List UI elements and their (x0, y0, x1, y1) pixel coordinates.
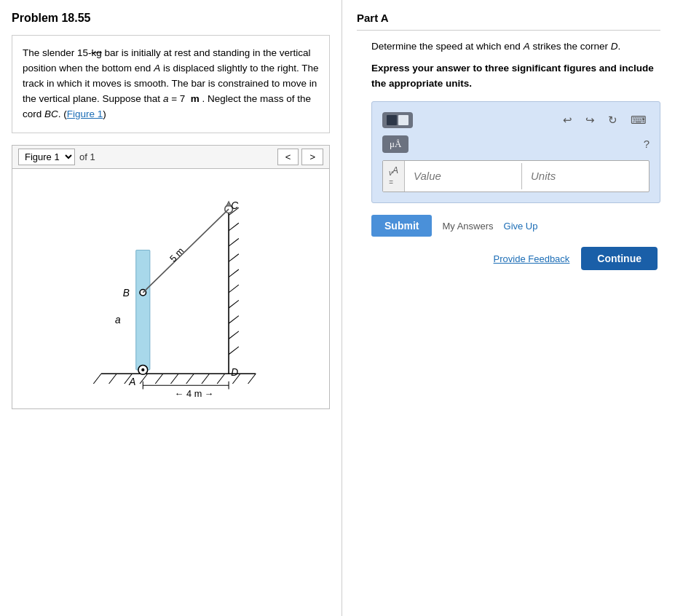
svg-line-6 (171, 374, 179, 384)
bc-label: BC (44, 108, 58, 119)
redo-button[interactable]: ↪ (583, 112, 598, 128)
bottom-dim-label: ← 4 m → (175, 388, 214, 399)
equation-editor-icon (387, 115, 408, 125)
action-row: Submit My Answers Give Up (357, 215, 660, 237)
svg-line-9 (217, 374, 225, 384)
svg-line-14 (229, 223, 239, 231)
problem-description: The slender 15-kg bar is initially at re… (23, 46, 319, 122)
svg-line-8 (202, 374, 210, 384)
label-c: C (231, 200, 239, 211)
label-b: B (123, 288, 130, 299)
problem-text-box: The slender 15-kg bar is initially at re… (12, 35, 330, 133)
svg-line-16 (229, 253, 239, 261)
keyboard-button[interactable]: ⌨ (628, 112, 650, 128)
kg-text: kg (92, 47, 102, 58)
figure-dropdown[interactable]: Figure 1 (18, 149, 75, 165)
end-a-label: A (154, 63, 160, 74)
express-instruction: Express your answer to three significant… (357, 61, 660, 91)
svg-line-19 (229, 300, 239, 308)
mu-row: μÅ ? (382, 135, 650, 153)
svg-line-11 (248, 374, 256, 384)
figure-of-text: of 1 (79, 151, 95, 162)
figure-svg: A B C 5 m D a ← 4 m (12, 169, 329, 408)
value-input[interactable] (405, 164, 521, 188)
label-d: D (231, 367, 238, 378)
svg-line-2 (109, 374, 117, 384)
mu-button[interactable]: μÅ (382, 135, 408, 153)
figure-nav-area: < > (277, 149, 323, 165)
right-panel: Part A Determine the speed at which end … (342, 0, 675, 616)
provide-feedback-link[interactable]: Provide Feedback (494, 253, 570, 264)
svg-line-20 (229, 315, 239, 323)
label-a-dim: a (115, 315, 121, 325)
eq-icon-dark (387, 115, 397, 125)
figure-prev-button[interactable]: < (277, 149, 299, 165)
answer-input-row: vA= (382, 160, 650, 192)
figure-box: A B C 5 m D a ← 4 m (12, 169, 330, 409)
my-answers-link[interactable]: My Answers (442, 221, 493, 232)
left-panel: Problem 18.55 The slender 15-kg bar is i… (0, 0, 342, 616)
equation-editor-button[interactable] (382, 112, 413, 128)
svg-line-17 (229, 269, 239, 277)
svg-line-18 (229, 285, 239, 293)
feedback-row: Provide Feedback Continue (357, 247, 660, 270)
give-up-link[interactable]: Give Up (504, 221, 538, 232)
va-label: vA= (383, 161, 405, 191)
cord-length-label: 5 m (167, 245, 186, 264)
a-value: a (163, 93, 169, 104)
end-a-italic: A (524, 41, 530, 52)
problem-title: Problem 18.55 (12, 12, 330, 25)
question-text: Determine the speed at which end A strik… (357, 39, 660, 54)
label-a: A (128, 376, 135, 387)
help-button[interactable]: ? (644, 138, 650, 150)
svg-line-29 (143, 209, 229, 293)
submit-button[interactable]: Submit (371, 215, 432, 237)
answer-container: ↩ ↪ ↻ ⌨ μÅ ? vA= (371, 101, 660, 203)
refresh-button[interactable]: ↻ (605, 112, 620, 128)
undo-button[interactable]: ↩ (560, 112, 575, 128)
eq-icon-light (398, 115, 408, 125)
figure-next-button[interactable]: > (301, 149, 323, 165)
svg-line-4 (140, 374, 148, 384)
units-input[interactable] (522, 164, 609, 188)
svg-point-25 (141, 368, 144, 371)
part-a-title: Part A (357, 12, 660, 31)
svg-rect-23 (136, 250, 150, 370)
figure-link[interactable]: Figure 1 (67, 108, 103, 119)
corner-d-italic: D (611, 41, 618, 52)
figure-selector-row: Figure 1 of 1 < > (12, 145, 330, 169)
svg-line-7 (186, 374, 194, 384)
svg-line-21 (229, 331, 239, 339)
continue-button[interactable]: Continue (581, 247, 658, 270)
svg-line-1 (93, 374, 101, 384)
svg-line-5 (155, 374, 163, 384)
toolbar-row: ↩ ↪ ↻ ⌨ (382, 112, 650, 128)
svg-line-22 (229, 347, 239, 355)
svg-line-15 (229, 238, 239, 246)
